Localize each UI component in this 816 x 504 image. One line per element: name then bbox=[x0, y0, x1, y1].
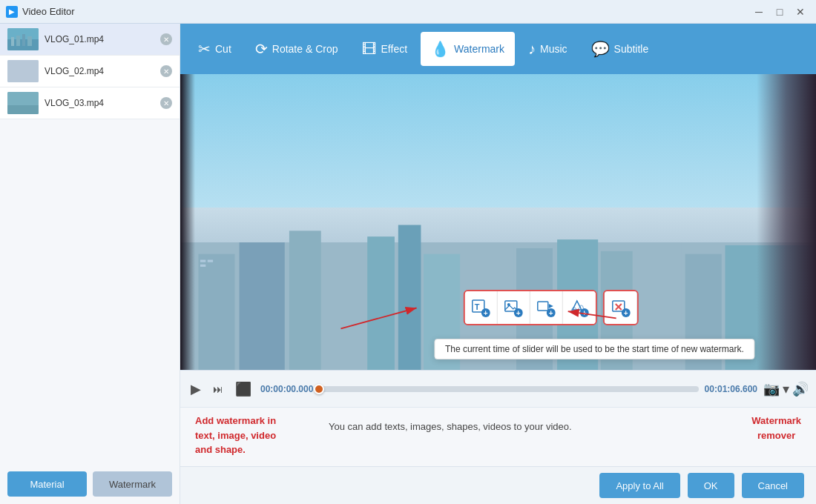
svg-rect-31 bbox=[505, 301, 517, 311]
volume-icon[interactable]: 🔊 bbox=[792, 381, 809, 397]
annotation-right-text: Watermark remover bbox=[751, 415, 801, 441]
remove-watermark-button[interactable]: + bbox=[604, 291, 636, 324]
svg-rect-11 bbox=[240, 242, 285, 370]
watermark-tooltip: The current time of slider will be used … bbox=[434, 339, 755, 359]
time-end: 00:01:06.600 bbox=[705, 384, 757, 394]
file-thumb-2 bbox=[7, 60, 39, 82]
tab-rotate-crop[interactable]: ⟳ Rotate & Crop bbox=[245, 32, 349, 66]
annotation-left: Add watermark in text, image, video and … bbox=[195, 414, 314, 457]
maximize-button[interactable]: □ bbox=[770, 4, 789, 20]
effect-icon: 🎞 bbox=[362, 41, 377, 58]
svg-rect-25 bbox=[208, 259, 213, 262]
cancel-button[interactable]: Cancel bbox=[742, 473, 804, 498]
ok-button[interactable]: OK bbox=[688, 473, 734, 498]
tab-subtitle-label: Subtitle bbox=[614, 43, 649, 55]
tab-watermark[interactable]: 💧 Watermark bbox=[421, 32, 515, 66]
svg-text:+: + bbox=[623, 309, 628, 317]
file-close-2[interactable]: ✕ bbox=[160, 65, 172, 77]
file-thumb-1 bbox=[7, 28, 39, 50]
info-bar: Add watermark in text, image, video and … bbox=[180, 407, 816, 466]
tab-watermark-label: Watermark bbox=[454, 43, 504, 55]
svg-marker-36 bbox=[549, 304, 553, 308]
video-scene bbox=[180, 74, 816, 370]
file-name-3: VLOG_03.mp4 bbox=[45, 98, 154, 108]
progress-bar[interactable] bbox=[319, 386, 698, 392]
svg-rect-12 bbox=[289, 231, 321, 370]
controls-bar: ▶ ⏭ ⬛ 00:00:00.000 00:01:06.600 📷 ▾ 🔊 bbox=[180, 370, 816, 407]
tab-bar: ✂ Cut ⟳ Rotate & Crop 🎞 Effect 💧 Waterma… bbox=[180, 24, 816, 74]
file-list: VLOG_01.mp4 ✕ VLOG_02.mp4 ✕ bbox=[0, 24, 180, 464]
add-image-watermark-button[interactable]: + bbox=[497, 291, 530, 324]
svg-rect-13 bbox=[323, 248, 364, 370]
file-name-1: VLOG_01.mp4 bbox=[45, 34, 154, 44]
annotation-left-text: Add watermark in text, image, video and … bbox=[195, 415, 276, 455]
svg-rect-35 bbox=[538, 302, 548, 311]
svg-text:+: + bbox=[549, 309, 553, 317]
tab-subtitle[interactable]: 💬 Subtitle bbox=[581, 32, 659, 66]
add-video-watermark-button[interactable]: + bbox=[530, 291, 562, 324]
app-title: Video Editor bbox=[22, 6, 75, 17]
sidebar: VLOG_01.mp4 ✕ VLOG_02.mp4 ✕ bbox=[0, 24, 180, 504]
svg-rect-3 bbox=[16, 36, 20, 46]
sidebar-buttons: Material Watermark bbox=[0, 464, 180, 504]
subtitle-icon: 💬 bbox=[591, 40, 610, 58]
rotate-icon: ⟳ bbox=[255, 40, 268, 58]
svg-rect-5 bbox=[27, 36, 32, 46]
annotation-right: Watermark remover bbox=[751, 414, 801, 442]
tab-cut[interactable]: ✂ Cut bbox=[188, 32, 242, 66]
svg-text:+: + bbox=[582, 309, 586, 317]
main-layout: VLOG_01.mp4 ✕ VLOG_02.mp4 ✕ bbox=[0, 24, 816, 504]
watermark-remover-group: + bbox=[602, 290, 638, 325]
file-item-1[interactable]: VLOG_01.mp4 ✕ bbox=[0, 24, 180, 56]
controls-right: 📷 ▾ 🔊 bbox=[763, 381, 809, 397]
tab-rotate-label: Rotate & Crop bbox=[272, 43, 338, 55]
close-button[interactable]: ✕ bbox=[791, 4, 810, 20]
minimize-button[interactable]: ─ bbox=[749, 4, 769, 20]
camera-icon[interactable]: 📷 bbox=[763, 381, 780, 397]
file-item-3[interactable]: VLOG_03.mp4 ✕ bbox=[0, 87, 180, 119]
svg-rect-6 bbox=[7, 60, 39, 82]
window-controls: ─ □ ✕ bbox=[749, 4, 810, 20]
file-item-2[interactable]: VLOG_02.mp4 ✕ bbox=[0, 56, 180, 87]
time-start: 00:00:00.000 bbox=[260, 384, 313, 394]
annotation-desc: You can add texts, images, shapes, video… bbox=[329, 414, 737, 432]
svg-rect-24 bbox=[200, 259, 205, 262]
play-button[interactable]: ▶ bbox=[188, 379, 204, 399]
tab-music-label: Music bbox=[540, 43, 567, 55]
title-bar: ▶ Video Editor ─ □ ✕ bbox=[0, 0, 816, 24]
content-area: ✂ Cut ⟳ Rotate & Crop 🎞 Effect 💧 Waterma… bbox=[180, 24, 816, 504]
stop-button[interactable]: ⬛ bbox=[232, 379, 254, 399]
svg-rect-15 bbox=[398, 225, 421, 370]
app-icon: ▶ bbox=[6, 6, 18, 18]
play-next-button[interactable]: ⏭ bbox=[210, 382, 226, 397]
watermark-toolbar: T + + bbox=[463, 290, 638, 325]
svg-rect-8 bbox=[7, 105, 39, 114]
add-text-watermark-button[interactable]: T + bbox=[464, 291, 497, 324]
curtain-left bbox=[180, 74, 195, 370]
svg-rect-26 bbox=[200, 264, 205, 266]
add-shape-watermark-button[interactable]: + bbox=[562, 291, 595, 324]
svg-text:+: + bbox=[516, 309, 521, 317]
svg-rect-2 bbox=[11, 37, 14, 46]
file-name-2: VLOG_02.mp4 bbox=[45, 66, 154, 76]
svg-rect-14 bbox=[367, 236, 395, 370]
progress-thumb[interactable] bbox=[314, 384, 324, 394]
tab-effect[interactable]: 🎞 Effect bbox=[352, 32, 418, 66]
watermark-button[interactable]: Watermark bbox=[93, 471, 172, 497]
tooltip-text: The current time of slider will be used … bbox=[445, 344, 744, 354]
svg-text:+: + bbox=[484, 309, 488, 317]
material-button[interactable]: Material bbox=[7, 471, 87, 497]
apply-to-all-button[interactable]: Apply to All bbox=[599, 473, 680, 498]
tab-music[interactable]: ♪ Music bbox=[518, 32, 578, 66]
file-close-1[interactable]: ✕ bbox=[160, 33, 172, 45]
file-thumb-3 bbox=[7, 92, 39, 114]
annotation-desc-text: You can add texts, images, shapes, video… bbox=[329, 421, 572, 432]
curtain-right bbox=[757, 74, 816, 370]
svg-text:T: T bbox=[475, 302, 480, 311]
tab-cut-label: Cut bbox=[215, 43, 231, 55]
dropdown-icon[interactable]: ▾ bbox=[783, 381, 789, 397]
cut-icon: ✂ bbox=[198, 40, 211, 58]
file-close-3[interactable]: ✕ bbox=[160, 97, 172, 109]
tab-effect-label: Effect bbox=[381, 43, 408, 55]
watermark-add-group: T + + bbox=[463, 290, 596, 325]
